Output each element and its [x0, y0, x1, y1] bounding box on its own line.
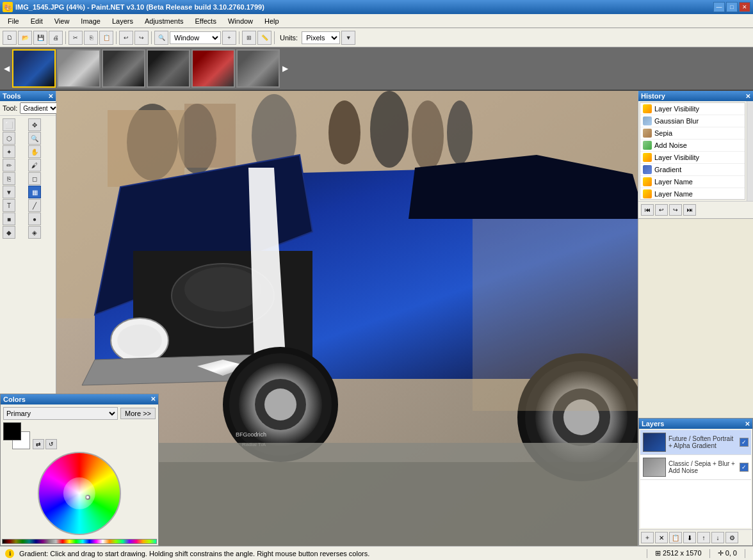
thumbnail-2[interactable] [57, 49, 101, 88]
colors-more-btn[interactable]: More >> [120, 408, 156, 419]
history-undo-btn[interactable]: ↩ [655, 204, 668, 216]
toolbar-grid[interactable]: ⊞ [242, 31, 256, 45]
layers-header: Layers ✕ [639, 419, 752, 429]
toolbar-print[interactable]: 🖨 [49, 31, 63, 45]
layer-delete-btn[interactable]: ✕ [655, 532, 668, 543]
thumbnail-4[interactable] [147, 49, 190, 88]
toolbar-zoom-out[interactable]: 🔍 [154, 31, 168, 45]
menu-view[interactable]: View [49, 16, 75, 26]
tool-zoom[interactable]: 🔍 [28, 132, 41, 145]
thumb-next-btn[interactable]: ▶ [281, 64, 289, 73]
tools-close-btn[interactable]: ✕ [48, 93, 53, 100]
toolbar-rulers[interactable]: 📏 [257, 31, 271, 45]
status-message: Gradient: Click and drag to start drawin… [19, 550, 369, 557]
history-redo-btn[interactable]: ↪ [669, 204, 682, 216]
tool-recolor[interactable]: 🖌 [28, 159, 41, 172]
layer-props-btn[interactable]: ⚙ [725, 532, 738, 543]
toolbar-redo[interactable]: ↪ [134, 31, 149, 45]
tool-clone[interactable]: ⎘ [3, 172, 15, 185]
tool-rect-select[interactable]: ⬜ [3, 118, 15, 131]
tool-rect-shape[interactable]: ■ [3, 212, 15, 225]
toolbar-paste[interactable]: 📋 [99, 31, 113, 45]
history-last-btn[interactable]: ⏭ [683, 204, 696, 216]
layer-duplicate-btn[interactable]: 📋 [669, 532, 682, 543]
layer-item-0[interactable]: Future / Soften Portrait + Alpha Gradien… [640, 430, 751, 455]
toolbar-window-combo[interactable]: Window Fit to Screen Actual Size [170, 31, 221, 44]
history-item-7[interactable]: Layer Name [640, 188, 745, 200]
menu-window[interactable]: Window [223, 16, 258, 26]
swap-colors-btn[interactable]: ⇄ [33, 439, 44, 449]
tool-freeform[interactable]: ◆ [3, 226, 15, 239]
layer-item-1[interactable]: Classic / Sepia + Blur + Add Noise ✓ [640, 455, 751, 480]
history-item-0[interactable]: Layer Visibility [640, 103, 745, 115]
toolbar-zoom-in[interactable]: + [222, 31, 236, 45]
tool-magic-wand[interactable]: ✦ [3, 145, 15, 158]
thumb-prev-btn[interactable]: ◀ [3, 64, 11, 73]
tool-paintbucket[interactable]: ▼ [3, 186, 15, 198]
history-item-1[interactable]: Gaussian Blur [640, 115, 745, 127]
svg-rect-9 [108, 110, 184, 187]
colors-close-btn[interactable]: ✕ [150, 396, 156, 403]
tool-eraser[interactable]: ◻ [28, 172, 41, 185]
menu-adjustments[interactable]: Adjustments [140, 16, 189, 26]
tool-extra[interactable]: ◈ [28, 226, 41, 239]
tool-lasso[interactable]: ⬡ [3, 132, 15, 145]
primary-color-swatch[interactable] [3, 422, 21, 440]
toolbar-save[interactable]: 💾 [33, 31, 47, 45]
menu-image[interactable]: Image [76, 16, 106, 26]
toolbar-copy[interactable]: ⎘ [84, 31, 98, 45]
history-item-2[interactable]: Sepia [640, 127, 745, 140]
menu-help[interactable]: Help [259, 16, 284, 26]
menu-edit[interactable]: Edit [26, 16, 48, 26]
tool-move[interactable]: ✥ [28, 118, 41, 131]
svg-point-13 [184, 267, 261, 312]
maximize-button[interactable]: □ [726, 2, 738, 12]
toolbar-undo[interactable]: ↩ [119, 31, 133, 45]
menu-file[interactable]: File [3, 16, 24, 26]
tool-gradient[interactable]: ▦ [28, 186, 41, 198]
thumbnail-1[interactable] [12, 49, 56, 88]
thumbnail-6[interactable] [236, 49, 280, 88]
color-wheel[interactable] [38, 452, 121, 535]
toolbar-open[interactable]: 📂 [18, 31, 32, 45]
layer-merge-btn[interactable]: ⬇ [683, 532, 696, 543]
history-item-6[interactable]: Layer Name [640, 176, 745, 188]
layers-list: Future / Soften Portrait + Alpha Gradien… [640, 430, 751, 528]
layer-thumb-1 [643, 458, 666, 477]
history-close-btn[interactable]: ✕ [745, 93, 750, 100]
color-swatch-area [3, 422, 30, 449]
minimize-button[interactable]: — [713, 2, 725, 12]
layer-up-btn[interactable]: ↑ [697, 532, 710, 543]
toolbar-dropdown[interactable]: ▼ [341, 31, 355, 45]
tool-pencil[interactable]: ✏ [3, 159, 15, 172]
menu-layers[interactable]: Layers [107, 16, 138, 26]
color-palette-strip[interactable] [2, 539, 157, 544]
color-wheel-cursor [85, 495, 90, 500]
reset-colors-btn[interactable]: ↺ [45, 439, 57, 449]
layers-close-btn[interactable]: ✕ [745, 420, 750, 428]
layer-check-0[interactable]: ✓ [740, 438, 749, 447]
layer-down-btn[interactable]: ↓ [711, 532, 724, 543]
history-scrollbar[interactable] [747, 101, 753, 201]
history-first-btn[interactable]: ⏮ [641, 204, 654, 216]
tool-line[interactable]: ╱ [28, 199, 41, 212]
tool-pan[interactable]: ✋ [28, 145, 41, 158]
thumbnail-5[interactable] [191, 49, 235, 88]
tool-select[interactable]: Gradient [20, 102, 59, 114]
history-item-5[interactable]: Gradient [640, 164, 745, 176]
menu-effects[interactable]: Effects [190, 16, 222, 26]
layer-check-1[interactable]: ✓ [740, 463, 749, 472]
layer-add-btn[interactable]: ＋ [641, 532, 654, 543]
units-select[interactable]: Pixels Inches Centimeters [302, 31, 340, 44]
toolbar-new[interactable]: 🗋 [3, 31, 17, 45]
tool-ellipse[interactable]: ● [28, 212, 41, 225]
history-icon-3 [643, 141, 652, 150]
close-button[interactable]: ✕ [739, 2, 750, 12]
colors-mode-select[interactable]: Primary Secondary [3, 407, 118, 420]
thumbnail-3[interactable] [102, 49, 145, 88]
title-bar-left: 🎨 IMG_1545.JPG (44%) - Paint.NET v3.10 (… [3, 2, 264, 12]
tool-text[interactable]: T [3, 199, 15, 212]
history-item-3[interactable]: Add Noise [640, 140, 745, 152]
history-item-4[interactable]: Layer Visibility [640, 152, 745, 164]
toolbar-cut[interactable]: ✂ [69, 31, 83, 45]
